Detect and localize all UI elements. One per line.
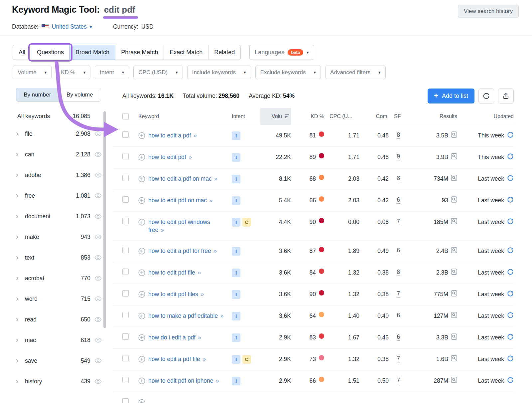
add-keyword-icon[interactable] bbox=[138, 334, 145, 341]
header-keyword[interactable]: Keyword bbox=[138, 108, 232, 125]
eye-icon[interactable] bbox=[94, 172, 102, 178]
eye-icon[interactable] bbox=[94, 131, 102, 136]
expand-keyword-icon[interactable]: » bbox=[213, 247, 217, 254]
filter-volume[interactable]: Volume ▾ bbox=[13, 66, 52, 79]
row-checkbox[interactable] bbox=[122, 398, 129, 403]
add-keyword-icon[interactable] bbox=[138, 399, 145, 403]
sf-value[interactable]: 8 bbox=[397, 175, 400, 182]
row-checkbox[interactable] bbox=[122, 377, 129, 383]
chevron-right-icon[interactable]: › bbox=[16, 171, 25, 179]
header-updated[interactable]: Updated bbox=[457, 108, 514, 125]
sf-value[interactable]: 7 bbox=[397, 355, 400, 362]
add-keyword-icon[interactable] bbox=[138, 377, 145, 384]
keyword-link[interactable]: how to edit pdf file bbox=[148, 269, 195, 276]
tab-phrase-match[interactable]: Phrase Match bbox=[115, 45, 164, 60]
add-keyword-icon[interactable] bbox=[138, 197, 145, 204]
refresh-icon[interactable] bbox=[507, 175, 514, 181]
chevron-right-icon[interactable]: › bbox=[16, 336, 25, 344]
refresh-icon[interactable] bbox=[507, 355, 514, 362]
keyword-link[interactable]: how to edit pdf on iphone bbox=[148, 377, 213, 384]
keyword-link[interactable]: how to edit a pdf bbox=[148, 132, 191, 139]
export-button[interactable] bbox=[498, 89, 514, 103]
refresh-icon[interactable] bbox=[507, 333, 514, 340]
refresh-icon[interactable] bbox=[507, 218, 514, 225]
row-checkbox[interactable] bbox=[122, 175, 129, 181]
add-keyword-icon[interactable] bbox=[138, 248, 145, 255]
header-intent[interactable]: Intent bbox=[232, 108, 260, 125]
chevron-down-icon[interactable]: ▾ bbox=[90, 24, 92, 30]
refresh-icon[interactable] bbox=[507, 269, 514, 275]
add-keyword-icon[interactable] bbox=[138, 219, 145, 226]
row-checkbox[interactable] bbox=[122, 218, 129, 224]
sidebar-item-free[interactable]: › free 1,081 bbox=[12, 185, 104, 206]
filter-kd[interactable]: KD % ▾ bbox=[56, 66, 90, 79]
header-com[interactable]: Com. bbox=[359, 108, 389, 125]
row-checkbox[interactable] bbox=[122, 290, 129, 297]
sidebar-item-text[interactable]: › text 853 bbox=[12, 247, 104, 268]
filter-exclude-keywords[interactable]: Exclude keywords ▾ bbox=[255, 66, 321, 79]
serp-icon[interactable] bbox=[451, 333, 457, 340]
keyword-link[interactable]: how to edit a pdf on mac bbox=[148, 175, 212, 182]
keyword-link[interactable]: how to edit a pdf for free bbox=[148, 248, 211, 254]
refresh-icon[interactable] bbox=[507, 153, 514, 160]
eye-icon[interactable] bbox=[94, 379, 102, 384]
chevron-right-icon[interactable]: › bbox=[16, 192, 25, 199]
add-keyword-icon[interactable] bbox=[138, 269, 145, 276]
eye-icon[interactable] bbox=[94, 337, 102, 343]
expand-keyword-icon[interactable]: » bbox=[220, 312, 224, 319]
select-all-checkbox[interactable] bbox=[122, 113, 129, 119]
header-cpc[interactable]: CPC (U... bbox=[324, 108, 359, 125]
refresh-icon[interactable] bbox=[507, 290, 514, 297]
sf-value[interactable]: 6 bbox=[397, 247, 400, 254]
filter-include-keywords[interactable]: Include keywords ▾ bbox=[187, 66, 251, 79]
sf-value[interactable]: 7 bbox=[397, 377, 400, 384]
eye-icon[interactable] bbox=[94, 317, 102, 322]
database-value-link[interactable]: United States bbox=[52, 23, 87, 30]
row-checkbox[interactable] bbox=[122, 131, 129, 138]
serp-icon[interactable] bbox=[451, 247, 457, 253]
chevron-right-icon[interactable]: › bbox=[16, 151, 25, 158]
header-results[interactable]: Results bbox=[408, 108, 457, 125]
refresh-icon[interactable] bbox=[507, 247, 514, 254]
filter-advanced-filters[interactable]: Advanced filters ▾ bbox=[325, 66, 385, 79]
chevron-right-icon[interactable]: › bbox=[16, 316, 25, 323]
tab-questions[interactable]: Questions bbox=[31, 45, 70, 60]
view-search-history-button[interactable]: View search history bbox=[458, 5, 519, 18]
serp-icon[interactable] bbox=[451, 175, 457, 181]
sidebar-item-adobe[interactable]: › adobe 1,386 bbox=[12, 165, 104, 185]
expand-keyword-icon[interactable]: » bbox=[214, 175, 218, 182]
keyword-link[interactable]: how to edit pdf on mac bbox=[148, 197, 207, 204]
row-checkbox[interactable] bbox=[122, 153, 129, 159]
sidebar-item-acrobat[interactable]: › acrobat 770 bbox=[12, 268, 104, 289]
sidebar-scrollbar[interactable] bbox=[103, 111, 106, 328]
sf-value[interactable]: 6 bbox=[397, 196, 400, 204]
sf-value[interactable]: 6 bbox=[397, 333, 400, 341]
header-sf[interactable]: SF bbox=[389, 108, 408, 125]
eye-icon[interactable] bbox=[94, 296, 102, 302]
row-checkbox[interactable] bbox=[122, 247, 129, 253]
serp-icon[interactable] bbox=[451, 290, 457, 297]
keyword-link[interactable]: how to edit pdf bbox=[148, 154, 186, 160]
eye-icon[interactable] bbox=[94, 276, 102, 281]
serp-icon[interactable] bbox=[451, 153, 457, 159]
row-checkbox[interactable] bbox=[122, 333, 129, 340]
keyword-link[interactable]: how to edit pdf files bbox=[148, 291, 198, 298]
add-keyword-icon[interactable] bbox=[138, 154, 145, 161]
sidebar-item-document[interactable]: › document 1,073 bbox=[12, 206, 104, 227]
sidebar-header[interactable]: All keywords 16,085 bbox=[17, 109, 102, 123]
refresh-button[interactable] bbox=[478, 89, 494, 103]
expand-keyword-icon[interactable]: » bbox=[161, 226, 164, 233]
sidebar-item-mac[interactable]: › mac 618 bbox=[12, 330, 104, 350]
languages-dropdown[interactable]: Languages beta ▾ bbox=[249, 45, 314, 60]
chevron-right-icon[interactable]: › bbox=[16, 213, 25, 220]
row-checkbox[interactable] bbox=[122, 269, 129, 275]
add-keyword-icon[interactable] bbox=[138, 356, 145, 363]
header-volume-sort[interactable]: Volu bbox=[260, 108, 291, 125]
chevron-right-icon[interactable]: › bbox=[16, 254, 25, 261]
add-to-list-button[interactable]: + Add to list bbox=[428, 89, 474, 103]
expand-keyword-icon[interactable]: » bbox=[216, 377, 219, 384]
tab-all[interactable]: All bbox=[13, 45, 31, 60]
chevron-right-icon[interactable]: › bbox=[16, 233, 25, 241]
refresh-icon[interactable] bbox=[507, 196, 514, 203]
row-checkbox[interactable] bbox=[122, 312, 129, 318]
